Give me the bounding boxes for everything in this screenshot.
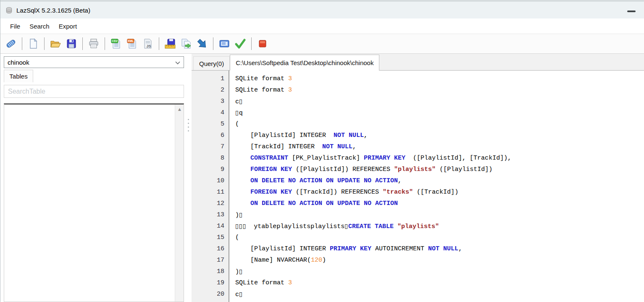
show-panel-button[interactable] (218, 37, 231, 50)
code-line: 15( (192, 232, 644, 243)
splitter-grip-icon (188, 119, 189, 120)
save-design-icon (164, 38, 176, 50)
toolbar: CSVXMLJS (0, 34, 644, 54)
menu-export[interactable]: Export (54, 21, 81, 32)
code-text: ON DELETE NO ACTION ON UPDATE NO ACTION (229, 198, 398, 209)
sidebar: chinook Tables ▲ (0, 54, 185, 302)
code-text: CONSTRAINT [PK_PlaylistTrack] PRIMARY KE… (229, 152, 511, 164)
code-line: 12 ON DELETE NO ACTION ON UPDATE NO ACTI… (192, 198, 644, 209)
code-line: 7 [TrackId] INTEGER NOT NULL, (192, 141, 644, 152)
toolbar-separator (159, 37, 159, 50)
stop-button[interactable] (256, 37, 269, 50)
new-file-button[interactable] (26, 37, 40, 50)
tab-query[interactable]: Query(0) (193, 56, 230, 70)
line-number: 1 (192, 73, 229, 84)
code-text: c▯ (229, 96, 243, 107)
export-json-button[interactable]: JS (141, 37, 155, 50)
code-line: 21▯ (192, 300, 644, 302)
code-line: 19SQLite format 3 (192, 277, 644, 289)
toolbar-separator (105, 37, 105, 50)
toolbar-separator (251, 37, 252, 50)
save-design-button[interactable] (163, 37, 177, 50)
table-list[interactable]: ▲ (4, 103, 184, 302)
copy-query-button[interactable] (179, 37, 193, 50)
toolbar-separator (44, 37, 45, 50)
connect-button[interactable] (4, 37, 18, 50)
run-arrow-icon (196, 38, 208, 50)
scroll-up-icon[interactable]: ▲ (175, 107, 184, 111)
tab-tables[interactable]: Tables (4, 70, 33, 82)
code-text: )▯ (229, 266, 243, 277)
panel-splitter[interactable] (185, 54, 192, 302)
code-text: c▯ (229, 289, 243, 300)
app-database-icon (5, 7, 13, 14)
code-text: ON DELETE NO ACTION ON UPDATE NO ACTION, (229, 175, 402, 186)
code-text: ( (229, 232, 239, 243)
export-xml-icon: XML (126, 38, 138, 50)
menu-file[interactable]: File (5, 21, 25, 32)
code-text: SQLite format 3 (229, 73, 292, 84)
code-line: 16 [PlaylistId] INTEGER PRIMARY KEY AUTO… (192, 243, 644, 255)
code-line: 6 [PlaylistId] INTEGER NOT NULL, (192, 130, 644, 141)
line-number: 20 (192, 289, 229, 300)
line-number: 18 (192, 266, 229, 277)
titlebar: LazSqlX 5.2.3.1625 (Beta) (0, 0, 644, 18)
code-line: 17 [Name] NVARCHAR(120) (192, 255, 644, 266)
line-number: 11 (192, 186, 229, 198)
code-text: ▯▯▯ ytableplaylistsplaylists▯CREATE TABL… (229, 221, 439, 232)
export-json-icon: JS (142, 38, 154, 50)
line-number: 13 (192, 209, 229, 221)
save-button[interactable] (65, 37, 78, 50)
code-text: SQLite format 3 (229, 277, 292, 289)
code-text: ▯q (229, 107, 243, 118)
line-number: 8 (192, 152, 229, 164)
export-xml-button[interactable]: XML (125, 37, 139, 50)
execute-check-button[interactable] (234, 37, 247, 50)
code-text: FOREIGN KEY ([PlaylistId]) REFERENCES "p… (229, 164, 492, 175)
code-line: 20c▯ (192, 289, 644, 300)
new-file-icon (27, 38, 39, 50)
code-text: SQLite format 3 (229, 84, 292, 96)
tab-file-path[interactable]: C:\Users\Softpedia Test\Desktop\chinook\… (230, 55, 379, 71)
line-number: 14 (192, 221, 229, 232)
code-line: 9 FOREIGN KEY ([PlaylistId]) REFERENCES … (192, 164, 644, 175)
open-folder-button[interactable] (49, 37, 62, 50)
code-text: [PlaylistId] INTEGER NOT NULL, (229, 130, 368, 141)
database-select[interactable]: chinook (4, 56, 184, 68)
line-number: 10 (192, 175, 229, 186)
line-number: 5 (192, 118, 229, 130)
code-line: 1SQLite format 3 (192, 73, 644, 84)
code-line: 5( (192, 118, 644, 130)
menubar: File Search Export (0, 18, 644, 34)
code-line: 18)▯ (192, 266, 644, 277)
line-number: 9 (192, 164, 229, 175)
line-number: 15 (192, 232, 229, 243)
run-arrow-button[interactable] (195, 37, 209, 50)
export-csv-button[interactable]: CSV (109, 37, 123, 50)
code-line: 4▯q (192, 107, 644, 118)
minimize-button[interactable] (627, 11, 636, 12)
main-area: chinook Tables ▲ Query(0) C:\Users\Softp… (0, 54, 644, 302)
print-button[interactable] (87, 37, 100, 50)
line-number: 19 (192, 277, 229, 289)
sql-editor[interactable]: 1SQLite format 32SQLite format 33c▯4▯q5(… (192, 71, 644, 302)
code-text: ( (229, 118, 239, 130)
code-line: 8 CONSTRAINT [PK_PlaylistTrack] PRIMARY … (192, 152, 644, 164)
open-folder-icon (50, 38, 61, 50)
svg-text:XML: XML (128, 39, 134, 42)
database-select-value: chinook (8, 59, 29, 66)
search-table-input[interactable] (4, 85, 184, 98)
line-number: 2 (192, 84, 229, 96)
window-title: LazSqlX 5.2.3.1625 (Beta) (16, 7, 90, 14)
code-line: 3c▯ (192, 96, 644, 107)
svg-text:CSV: CSV (112, 39, 118, 42)
code-line: 14▯▯▯ ytableplaylistsplaylists▯CREATE TA… (192, 221, 644, 232)
menu-search[interactable]: Search (25, 21, 54, 32)
list-scrollbar[interactable]: ▲ (175, 105, 184, 302)
code-line: 2SQLite format 3 (192, 84, 644, 96)
save-icon (66, 38, 77, 50)
line-number: 17 (192, 255, 229, 266)
code-text: [Name] NVARCHAR(120) (229, 255, 326, 266)
line-number: 6 (192, 130, 229, 141)
toolbar-separator (213, 37, 213, 50)
